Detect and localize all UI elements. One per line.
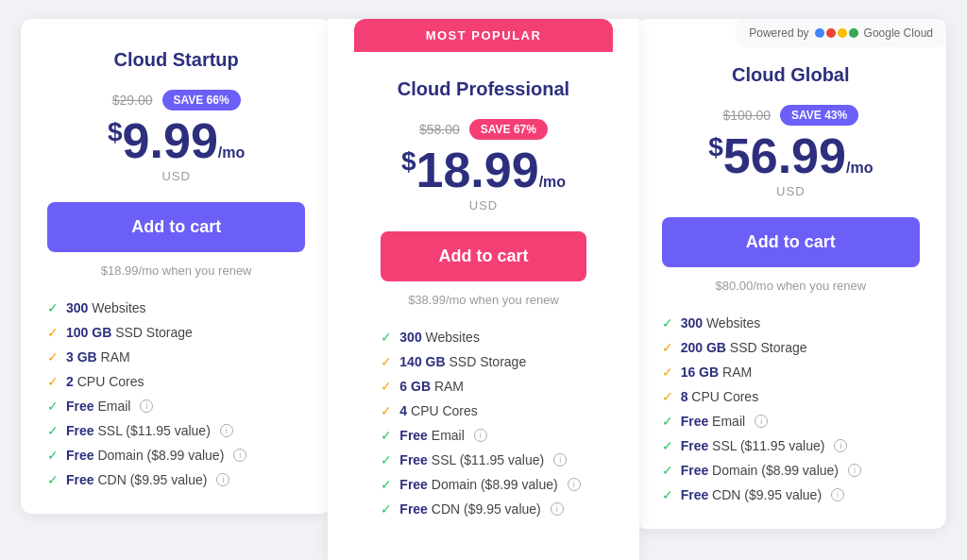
amount-startup: 9.99 <box>123 113 218 168</box>
feature-email-global: ✓ Free Email i <box>662 414 920 429</box>
feature-bold-websites-startup: 300 <box>66 300 88 315</box>
check-icon-ram-professional: ✓ <box>381 379 392 394</box>
check-icon-ssl-professional: ✓ <box>381 452 392 467</box>
info-icon-email-global[interactable]: i <box>755 415 768 428</box>
popular-badge: MOST POPULAR <box>354 19 612 52</box>
check-icon-domain-global: ✓ <box>662 463 673 478</box>
amount-global: 56.99 <box>723 128 846 183</box>
info-icon-domain-professional[interactable]: i <box>568 478 581 491</box>
check-icon-ssl-startup: ✓ <box>47 423 59 438</box>
check-icon-websites-startup: ✓ <box>47 300 59 315</box>
feature-bold-ram-global: 16 GB <box>681 365 719 380</box>
renew-text-global: $80.00/mo when you renew <box>662 279 920 293</box>
check-icon-ssl-global: ✓ <box>662 438 673 453</box>
main-price-global: $56.99/mo <box>662 131 920 180</box>
pricing-row-startup: $29.00 SAVE 66% <box>47 90 305 110</box>
main-price-professional: $18.99/mo <box>381 145 585 195</box>
info-icon-cdn-professional[interactable]: i <box>551 502 564 516</box>
feature-list-startup: ✓ 300 Websites ✓ 100 GB SSD Storage ✓ 3 … <box>47 300 305 487</box>
feature-domain-global: ✓ Free Domain ($8.99 value) i <box>662 463 920 478</box>
currency-startup: $ <box>108 117 123 146</box>
feature-bold-storage-global: 200 GB <box>681 340 726 355</box>
original-price-startup: $29.00 <box>112 93 153 108</box>
info-icon-email-professional[interactable]: i <box>474 429 487 442</box>
feature-cdn-startup: ✓ Free CDN ($9.95 value) i <box>47 472 305 487</box>
feature-bold-ssl-professional: Free <box>399 452 428 467</box>
check-icon-ram-global: ✓ <box>662 365 673 380</box>
currency-label-professional: USD <box>381 198 585 212</box>
feature-bold-cdn-global: Free <box>681 487 709 502</box>
save-badge-global: SAVE 43% <box>780 105 858 126</box>
info-icon-email-startup[interactable]: i <box>140 399 153 413</box>
feature-list-professional: ✓ 300 Websites ✓ 140 GB SSD Storage ✓ 6 … <box>381 330 585 517</box>
gc-dot-blue <box>815 28 824 38</box>
feature-ssl-professional: ✓ Free SSL ($11.95 value) i <box>381 452 585 467</box>
check-icon-email-professional: ✓ <box>381 428 392 443</box>
check-icon-domain-professional: ✓ <box>381 477 392 492</box>
plan-name-global: Cloud Global <box>662 64 920 86</box>
check-icon-cdn-professional: ✓ <box>381 501 392 517</box>
check-icon-websites-professional: ✓ <box>381 330 392 345</box>
feature-email-professional: ✓ Free Email i <box>381 428 585 443</box>
check-icon-cpu-professional: ✓ <box>381 403 392 418</box>
info-icon-ssl-global[interactable]: i <box>834 439 847 452</box>
google-cloud-bar: Powered by Google Cloud <box>736 19 946 47</box>
feature-bold-email-global: Free <box>681 414 709 429</box>
pricing-row-professional: $58.00 SAVE 67% <box>381 119 585 140</box>
add-to-cart-button-global[interactable]: Add to cart <box>662 217 920 267</box>
feature-bold-ssl-global: Free <box>681 438 709 453</box>
gc-dot-green <box>849 28 858 38</box>
check-icon-domain-startup: ✓ <box>47 448 59 463</box>
currency-global: $ <box>708 132 723 161</box>
plan-name-startup: Cloud Startup <box>47 49 305 71</box>
add-to-cart-button-startup[interactable]: Add to cart <box>47 202 305 252</box>
period-professional: /mo <box>539 174 566 190</box>
currency-professional: $ <box>401 146 416 176</box>
feature-domain-professional: ✓ Free Domain ($8.99 value) i <box>381 477 585 492</box>
feature-bold-cpu-startup: 2 <box>66 374 74 389</box>
check-icon-email-global: ✓ <box>662 414 673 429</box>
info-icon-cdn-startup[interactable]: i <box>216 473 229 486</box>
feature-cpu-professional: ✓ 4 CPU Cores <box>381 403 585 418</box>
currency-label-startup: USD <box>47 169 305 183</box>
add-to-cart-button-professional[interactable]: Add to cart <box>381 231 585 281</box>
popular-inner: Cloud Professional $58.00 SAVE 67% $18.9… <box>354 52 612 543</box>
original-price-global: $100.00 <box>722 108 771 123</box>
renew-text-professional: $38.99/mo when you renew <box>381 293 585 307</box>
feature-bold-email-professional: Free <box>399 428 428 443</box>
main-price-startup: $9.99/mo <box>47 116 305 165</box>
save-badge-startup: SAVE 66% <box>162 90 241 110</box>
renew-text-startup: $18.99/mo when you renew <box>47 263 305 278</box>
gc-dot-yellow <box>838 28 847 38</box>
info-icon-domain-startup[interactable]: i <box>233 449 246 462</box>
feature-bold-domain-startup: Free <box>66 448 94 463</box>
feature-bold-domain-global: Free <box>681 463 709 478</box>
feature-websites-professional: ✓ 300 Websites <box>381 330 585 345</box>
check-icon-cdn-global: ✓ <box>662 487 673 502</box>
pricing-section: Cloud Startup $29.00 SAVE 66% $9.99/mo U… <box>21 19 946 560</box>
save-badge-professional: SAVE 67% <box>469 119 548 140</box>
period-startup: /mo <box>218 144 245 161</box>
feature-bold-websites-global: 300 <box>681 315 703 331</box>
plan-card-global: Powered by Google Cloud Cloud Global $10… <box>636 19 946 529</box>
pricing-row-global: $100.00 SAVE 43% <box>662 105 920 126</box>
check-icon-storage-professional: ✓ <box>381 354 392 369</box>
feature-bold-domain-professional: Free <box>399 477 428 492</box>
google-cloud-name: Google Cloud <box>864 26 933 40</box>
feature-bold-ssl-startup: Free <box>66 423 94 438</box>
feature-domain-startup: ✓ Free Domain ($8.99 value) i <box>47 448 305 463</box>
info-icon-domain-global[interactable]: i <box>848 464 861 477</box>
check-icon-storage-startup: ✓ <box>47 325 59 340</box>
feature-storage-professional: ✓ 140 GB SSD Storage <box>381 354 585 369</box>
info-icon-ssl-startup[interactable]: i <box>220 424 233 437</box>
check-icon-email-startup: ✓ <box>47 399 59 414</box>
check-icon-ram-startup: ✓ <box>47 349 59 365</box>
check-icon-cdn-startup: ✓ <box>47 472 59 487</box>
feature-cdn-professional: ✓ Free CDN ($9.95 value) i <box>381 501 585 517</box>
gc-dot-red <box>826 28 836 38</box>
powered-by-text: Powered by <box>749 26 808 40</box>
info-icon-cdn-global[interactable]: i <box>831 488 844 501</box>
plan-card-professional: MOST POPULAR Cloud Professional $58.00 S… <box>328 19 638 560</box>
info-icon-ssl-professional[interactable]: i <box>553 453 567 467</box>
amount-professional: 18.99 <box>416 143 538 197</box>
